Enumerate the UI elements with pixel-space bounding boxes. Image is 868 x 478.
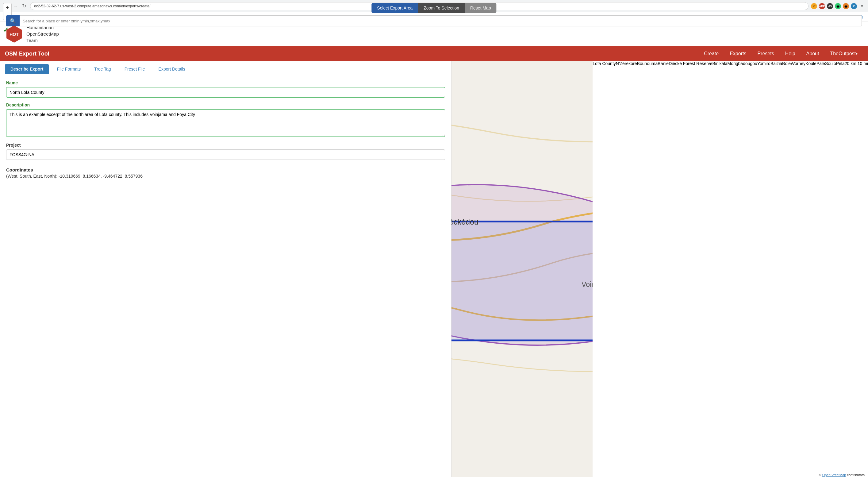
tabs: Describe Export File Formats Tree Tag Pr… [0,61,451,74]
main-content: Describe Export File Formats Tree Tag Pr… [0,61,868,477]
name-label: Name [6,80,445,85]
project-label: Project [6,143,445,148]
left-panel: Describe Export File Formats Tree Tag Pr… [0,61,452,477]
map-background: Guéckédou Macenta Voinjama Foya City Kou… [452,61,593,477]
map-search-input[interactable] [20,16,862,26]
description-textarea[interactable]: This is an example excerpt of the north … [6,109,445,137]
browser-icon-z: Z [851,3,857,9]
select-export-area-button[interactable]: Select Export Area [371,3,418,13]
zoom-to-selection-button[interactable]: Zoom To Selection [418,3,465,13]
project-input[interactable] [6,149,445,160]
tab-tree-tag[interactable]: Tree Tag [89,64,116,74]
nav-presets[interactable]: Presets [752,46,779,61]
org-name: Humanitarian OpenStreetMap Team [26,24,59,43]
form-area: Name Description This is an example exce… [0,74,451,185]
map-panel: Guéckédou Macenta Voinjama Foya City Kou… [452,61,593,477]
tab-file-formats[interactable]: File Formats [51,64,86,74]
map-controls: Select Export Area Zoom To Selection Res… [371,3,496,13]
coordinates-title: Coordinates [6,167,445,172]
main-nav: OSM Export Tool Create Exports Presets H… [0,46,868,61]
map-attribution: © OpenStreetMap contributors. [819,473,866,477]
forward-button[interactable]: → [12,2,19,10]
svg-text:Guéckédou: Guéckédou [452,217,478,226]
tab-export-details[interactable]: Export Details [153,64,191,74]
nav-about[interactable]: About [801,46,825,61]
svg-text:HOT: HOT [9,32,19,37]
browser-icon-abp: ABP [819,3,825,9]
nav-links: Create Exports Presets Help About TheOut… [699,46,863,61]
browser-icon-ext2: ◉ [843,3,849,9]
browser-icon-ext1: ◉ [835,3,841,9]
tab-preset-file[interactable]: Preset File [119,64,151,74]
svg-rect-8 [452,221,593,340]
nav-help[interactable]: Help [780,46,801,61]
nav-create[interactable]: Create [699,46,724,61]
tab-describe-export[interactable]: Describe Export [5,64,49,74]
nav-exports[interactable]: Exports [724,46,752,61]
browser-icon-menu[interactable]: ≡ [859,3,865,9]
zoom-in-button[interactable]: + [3,3,12,12]
browser-icons: ☆ ABP JB ◉ ◉ Z ≡ [811,3,865,9]
refresh-button[interactable]: ↻ [20,2,28,10]
browser-icon-star: ☆ [811,3,817,9]
reset-map-button[interactable]: Reset Map [465,3,497,13]
name-input[interactable] [6,87,445,97]
browser-icon-jb: JB [827,3,833,9]
coordinates-value: (West, South, East, North): -10.310669, … [6,174,445,179]
map-confirm-button[interactable]: ✓ [3,26,8,34]
nav-outpost[interactable]: TheOutpost [825,46,863,61]
coordinates-section: Coordinates (West, South, East, North): … [6,167,445,179]
description-label: Description [6,102,445,108]
nav-brand: OSM Export Tool [5,51,50,57]
svg-text:Voinjama: Voinjama [582,280,593,289]
osm-link[interactable]: OpenStreetMap [822,473,846,477]
map-search: 🔍 [6,16,862,26]
logo-container: HOT Humanitarian OpenStreetMap Team [5,24,59,43]
map-search-button[interactable]: 🔍 [6,16,20,26]
